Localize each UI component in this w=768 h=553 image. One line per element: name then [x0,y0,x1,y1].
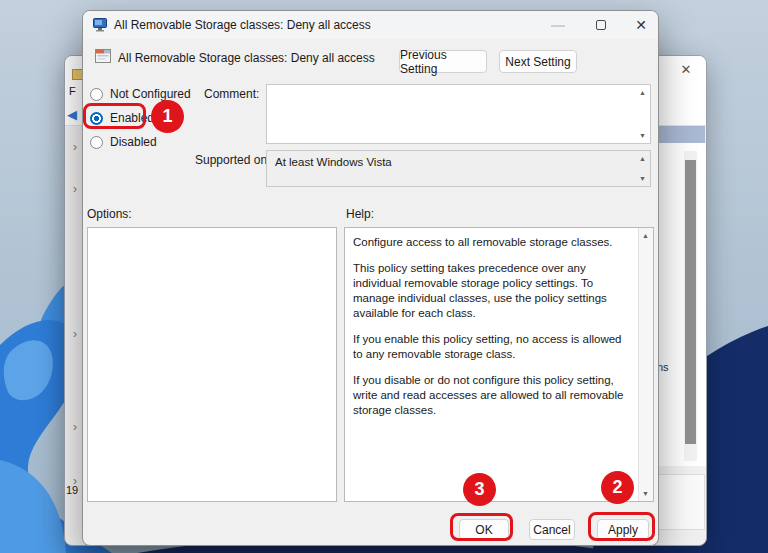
scroll-up-icon[interactable]: ▲ [639,89,646,96]
scroll-down-icon[interactable]: ▼ [642,490,649,497]
radio-not-configured[interactable]: Not Configured [90,86,191,102]
radio-circle-icon[interactable] [90,88,103,101]
maximize-icon[interactable] [596,20,606,30]
policy-setting-icon [95,49,111,63]
cancel-button[interactable]: Cancel [529,519,575,540]
tree-expand-icon[interactable]: › [73,327,77,341]
supported-on-value: At least Windows Vista [275,156,392,168]
radio-label: Not Configured [110,87,191,101]
help-label: Help: [346,207,374,221]
annotation-rect-enabled [83,103,146,129]
dialog-title: All Removable Storage classes: Deny all … [114,18,371,32]
radio-disabled[interactable]: Disabled [90,134,157,150]
help-panel: Configure access to all removable storag… [344,227,654,502]
annotation-badge-3: 3 [463,473,496,506]
help-text: Configure access to all removable storag… [353,235,633,429]
dialog-app-icon [93,18,108,32]
radio-circle-icon[interactable] [90,136,103,149]
next-setting-button[interactable]: Next Setting [499,50,577,73]
policy-setting-dialog: All Removable Storage classes: Deny all … [82,10,659,546]
annotation-badge-2: 2 [601,471,634,504]
previous-setting-button[interactable]: Previous Setting [399,50,487,73]
bg-window-close-button[interactable]: ✕ [676,60,696,78]
bg-scrollbar-thumb[interactable] [685,160,696,444]
file-menu-clipped[interactable]: F [69,85,76,97]
annotation-badge-1: 1 [151,100,184,133]
supported-on-label: Supported on: [195,153,270,167]
tree-expand-icon[interactable]: › [73,420,77,434]
options-label: Options: [87,207,132,221]
comment-label: Comment: [204,87,259,101]
comment-textarea[interactable]: ▲ ▼ [266,84,651,144]
scroll-up-icon[interactable]: ▲ [642,232,649,239]
options-panel [87,227,337,502]
tree-expand-icon[interactable]: › [73,182,77,196]
minimize-icon[interactable] [551,25,565,27]
annotation-rect-apply [588,512,655,541]
dialog-titlebar[interactable]: All Removable Storage classes: Deny all … [83,11,658,39]
scroll-down-icon[interactable]: ▼ [639,175,646,182]
help-scrollbar[interactable]: ▲ ▼ [638,228,653,501]
close-icon[interactable]: ✕ [631,16,651,34]
annotation-rect-ok [450,513,513,541]
scroll-down-icon[interactable]: ▼ [639,132,646,139]
scroll-up-icon[interactable]: ▲ [639,155,646,162]
radio-label: Disabled [110,135,157,149]
back-arrow-icon[interactable]: ◀ [67,107,77,122]
supported-on-box: At least Windows Vista ▲ ▼ [266,150,651,187]
status-count: 19 [66,484,78,496]
policy-setting-name: All Removable Storage classes: Deny all … [118,51,375,65]
tree-expand-icon[interactable]: › [73,140,77,154]
